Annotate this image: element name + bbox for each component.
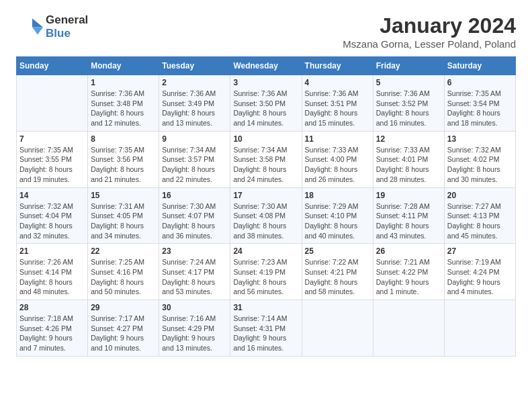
calendar-week-row: 21Sunrise: 7:26 AMSunset: 4:14 PMDayligh… [17, 244, 516, 300]
calendar-cell: 25Sunrise: 7:22 AMSunset: 4:21 PMDayligh… [302, 244, 373, 300]
day-info: Sunrise: 7:36 AMSunset: 3:51 PMDaylight:… [305, 89, 370, 128]
day-info: Sunrise: 7:36 AMSunset: 3:49 PMDaylight:… [162, 89, 227, 128]
day-info: Sunrise: 7:23 AMSunset: 4:19 PMDaylight:… [233, 257, 298, 297]
page-header: General Blue January 2024 Mszana Gorna, … [16, 13, 516, 50]
calendar-cell: 2Sunrise: 7:36 AMSunset: 3:49 PMDaylight… [159, 75, 230, 132]
calendar-week-row: 7Sunrise: 7:35 AMSunset: 3:55 PMDaylight… [17, 131, 516, 187]
day-info: Sunrise: 7:34 AMSunset: 3:57 PMDaylight:… [162, 145, 227, 185]
calendar-cell: 7Sunrise: 7:35 AMSunset: 3:55 PMDaylight… [17, 131, 88, 187]
calendar-cell [302, 300, 373, 357]
calendar-table: SundayMondayTuesdayWednesdayThursdayFrid… [16, 56, 516, 357]
calendar-cell: 16Sunrise: 7:30 AMSunset: 4:07 PMDayligh… [159, 187, 230, 244]
day-number: 18 [305, 191, 370, 200]
weekday-header: Friday [373, 57, 444, 75]
svg-marker-0 [32, 19, 43, 28]
day-number: 31 [233, 303, 298, 312]
calendar-cell: 5Sunrise: 7:36 AMSunset: 3:52 PMDaylight… [373, 75, 444, 132]
title-block: January 2024 Mszana Gorna, Lesser Poland… [343, 13, 516, 50]
day-number: 27 [447, 246, 513, 256]
day-info: Sunrise: 7:24 AMSunset: 4:17 PMDaylight:… [162, 257, 227, 297]
calendar-week-row: 1Sunrise: 7:36 AMSunset: 3:48 PMDaylight… [17, 75, 516, 132]
calendar-cell: 20Sunrise: 7:27 AMSunset: 4:13 PMDayligh… [444, 187, 515, 244]
day-number: 21 [19, 246, 85, 256]
day-info: Sunrise: 7:22 AMSunset: 4:21 PMDaylight:… [305, 257, 370, 297]
weekday-header-row: SundayMondayTuesdayWednesdayThursdayFrid… [17, 57, 516, 75]
day-info: Sunrise: 7:30 AMSunset: 4:08 PMDaylight:… [233, 201, 298, 241]
day-number: 5 [376, 78, 441, 87]
calendar-week-row: 14Sunrise: 7:32 AMSunset: 4:04 PMDayligh… [17, 187, 516, 244]
calendar-cell: 22Sunrise: 7:25 AMSunset: 4:16 PMDayligh… [88, 244, 159, 300]
calendar-cell: 31Sunrise: 7:14 AMSunset: 4:31 PMDayligh… [230, 300, 302, 357]
day-number: 19 [376, 191, 441, 200]
day-info: Sunrise: 7:18 AMSunset: 4:26 PMDaylight:… [19, 314, 85, 353]
day-number: 17 [233, 191, 298, 200]
day-number: 7 [19, 134, 85, 144]
calendar-cell: 3Sunrise: 7:36 AMSunset: 3:50 PMDaylight… [230, 75, 302, 132]
day-number: 26 [376, 246, 441, 256]
weekday-header: Wednesday [230, 57, 302, 75]
day-number: 9 [162, 134, 227, 144]
calendar-title: January 2024 [343, 13, 516, 38]
day-number: 2 [162, 78, 227, 87]
svg-marker-1 [32, 27, 43, 34]
calendar-cell: 4Sunrise: 7:36 AMSunset: 3:51 PMDaylight… [302, 75, 373, 132]
day-info: Sunrise: 7:30 AMSunset: 4:07 PMDaylight:… [162, 201, 227, 241]
day-info: Sunrise: 7:34 AMSunset: 3:58 PMDaylight:… [233, 145, 298, 185]
day-number: 15 [91, 191, 156, 200]
calendar-cell: 29Sunrise: 7:17 AMSunset: 4:27 PMDayligh… [88, 300, 159, 357]
weekday-header: Tuesday [159, 57, 230, 75]
calendar-cell: 17Sunrise: 7:30 AMSunset: 4:08 PMDayligh… [230, 187, 302, 244]
logo-icon [16, 17, 43, 37]
calendar-cell [444, 300, 515, 357]
weekday-header: Sunday [17, 57, 88, 75]
day-number: 16 [162, 191, 227, 200]
day-number: 14 [19, 191, 85, 200]
weekday-header: Saturday [444, 57, 515, 75]
day-number: 1 [91, 78, 156, 87]
calendar-cell: 27Sunrise: 7:19 AMSunset: 4:24 PMDayligh… [444, 244, 515, 300]
calendar-cell: 9Sunrise: 7:34 AMSunset: 3:57 PMDaylight… [159, 131, 230, 187]
calendar-cell: 11Sunrise: 7:33 AMSunset: 4:00 PMDayligh… [302, 131, 373, 187]
calendar-cell: 28Sunrise: 7:18 AMSunset: 4:26 PMDayligh… [17, 300, 88, 357]
calendar-cell: 1Sunrise: 7:36 AMSunset: 3:48 PMDaylight… [88, 75, 159, 132]
calendar-cell: 30Sunrise: 7:16 AMSunset: 4:29 PMDayligh… [159, 300, 230, 357]
day-info: Sunrise: 7:14 AMSunset: 4:31 PMDaylight:… [233, 314, 298, 353]
day-number: 11 [305, 134, 370, 144]
day-info: Sunrise: 7:35 AMSunset: 3:54 PMDaylight:… [447, 89, 513, 128]
day-info: Sunrise: 7:36 AMSunset: 3:48 PMDaylight:… [91, 89, 156, 128]
calendar-cell [17, 75, 88, 132]
day-number: 20 [447, 191, 513, 200]
calendar-cell: 6Sunrise: 7:35 AMSunset: 3:54 PMDaylight… [444, 75, 515, 132]
calendar-cell: 18Sunrise: 7:29 AMSunset: 4:10 PMDayligh… [302, 187, 373, 244]
day-info: Sunrise: 7:33 AMSunset: 4:01 PMDaylight:… [376, 145, 441, 185]
day-info: Sunrise: 7:29 AMSunset: 4:10 PMDaylight:… [305, 201, 370, 241]
day-number: 6 [447, 78, 513, 87]
day-info: Sunrise: 7:36 AMSunset: 3:50 PMDaylight:… [233, 89, 298, 128]
weekday-header: Monday [88, 57, 159, 75]
calendar-cell [373, 300, 444, 357]
calendar-cell: 10Sunrise: 7:34 AMSunset: 3:58 PMDayligh… [230, 131, 302, 187]
day-info: Sunrise: 7:16 AMSunset: 4:29 PMDaylight:… [162, 314, 227, 353]
calendar-week-row: 28Sunrise: 7:18 AMSunset: 4:26 PMDayligh… [17, 300, 516, 357]
calendar-cell: 15Sunrise: 7:31 AMSunset: 4:05 PMDayligh… [88, 187, 159, 244]
calendar-cell: 24Sunrise: 7:23 AMSunset: 4:19 PMDayligh… [230, 244, 302, 300]
day-info: Sunrise: 7:25 AMSunset: 4:16 PMDaylight:… [91, 257, 156, 297]
day-number: 30 [162, 303, 227, 312]
day-info: Sunrise: 7:35 AMSunset: 3:55 PMDaylight:… [19, 145, 85, 185]
day-number: 4 [305, 78, 370, 87]
day-number: 22 [91, 246, 156, 256]
day-info: Sunrise: 7:28 AMSunset: 4:11 PMDaylight:… [376, 201, 441, 241]
day-info: Sunrise: 7:21 AMSunset: 4:22 PMDaylight:… [376, 257, 441, 297]
day-number: 12 [376, 134, 441, 144]
day-info: Sunrise: 7:26 AMSunset: 4:14 PMDaylight:… [19, 257, 85, 297]
day-info: Sunrise: 7:33 AMSunset: 4:00 PMDaylight:… [305, 145, 370, 185]
weekday-header: Thursday [302, 57, 373, 75]
day-number: 23 [162, 246, 227, 256]
day-info: Sunrise: 7:35 AMSunset: 3:56 PMDaylight:… [91, 145, 156, 185]
logo: General Blue [16, 13, 88, 40]
calendar-cell: 8Sunrise: 7:35 AMSunset: 3:56 PMDaylight… [88, 131, 159, 187]
day-info: Sunrise: 7:32 AMSunset: 4:02 PMDaylight:… [447, 145, 513, 185]
day-number: 3 [233, 78, 298, 87]
calendar-cell: 14Sunrise: 7:32 AMSunset: 4:04 PMDayligh… [17, 187, 88, 244]
day-number: 10 [233, 134, 298, 144]
